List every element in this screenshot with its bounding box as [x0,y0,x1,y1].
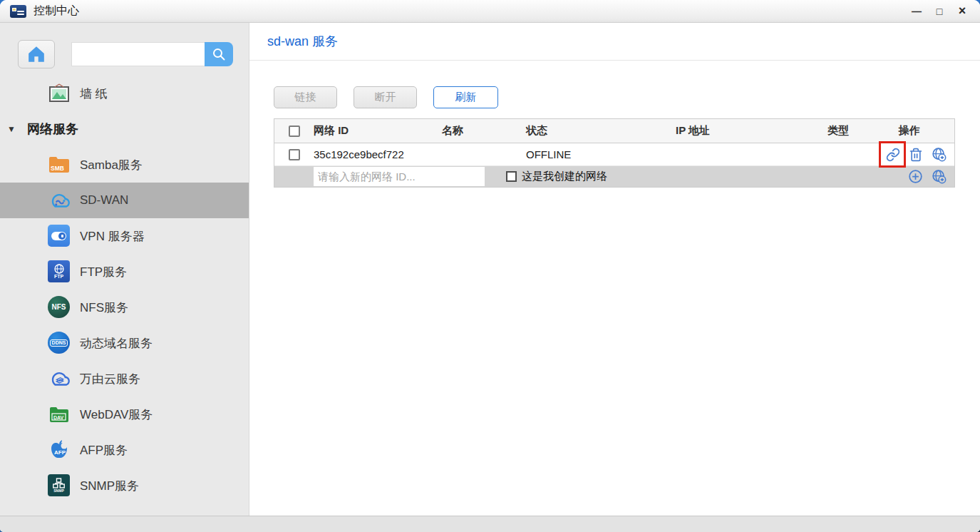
new-network-id-input[interactable] [314,167,485,186]
col-header-name: 名称 [442,124,526,138]
sidebar-item-label: AFP服务 [80,442,128,459]
search-input[interactable] [71,42,205,66]
window-title: 控制中心 [33,4,79,19]
sidebar-item-label: SD-WAN [80,193,128,208]
sidebar-item-label: 墙 纸 [80,86,108,102]
sidebar-item-label: Samba服务 [80,157,143,173]
sidebar-item-wallpaper[interactable]: 墙 纸 [0,76,249,111]
control-center-app-icon [10,5,26,18]
section-label: 网络服务 [27,121,78,138]
link-button[interactable]: 链接 [274,86,337,108]
main-panel: sd-wan 服务 链接 断开 刷新 网络 ID 名称 状态 IP 地址 类型 … [249,23,980,516]
col-header-type: 类型 [801,124,875,138]
connect-link-icon[interactable] [886,148,900,162]
window-bottom-bar [0,516,980,532]
search-button[interactable] [205,42,233,66]
table-header-row: 网络 ID 名称 状态 IP 地址 类型 操作 [274,119,954,143]
delete-trash-icon[interactable] [909,148,923,162]
close-icon[interactable]: × [954,4,970,19]
sidebar-item-label: SNMP服务 [80,478,139,494]
sidebar-item-webdav[interactable]: DAV WebDAV服务 [0,397,249,432]
wallpaper-icon [48,82,71,105]
chevron-down-icon: ▼ [7,124,27,134]
svg-text:AFP: AFP [54,449,66,456]
network-settings-globe-icon[interactable] [932,147,947,162]
search-icon [212,47,226,61]
created-by-me-checkbox-group[interactable]: 这是我创建的网络 [506,170,801,183]
sidebar-item-ftp[interactable]: FTP FTP服务 [0,254,249,290]
sidebar-item-partial[interactable]: 服务 [0,503,249,516]
page-title: sd-wan 服务 [267,33,338,50]
sidebar: 墙 纸 ▼ 网络服务 SMB Samba服务 [0,23,249,516]
table-row: 35c192ce9becf722 OFFLINE [274,143,954,166]
cell-network-id: 35c192ce9becf722 [314,148,442,160]
sidebar-item-label: VPN 服务器 [80,228,145,245]
sidebar-item-snmp[interactable]: SNMP SNMP服务 [0,468,249,503]
join-network-globe-icon[interactable] [932,169,947,184]
sidebar-item-label: WebDAV服务 [80,406,153,423]
cell-status: OFFLINE [526,148,676,160]
select-all-checkbox[interactable] [289,126,300,137]
sdwan-cloud-icon [48,189,71,212]
col-header-status: 状态 [526,124,676,138]
sidebar-item-nfs[interactable]: NFS NFS服务 [0,290,249,325]
cloud-service-icon [48,367,71,390]
ftp-icon: FTP [48,260,71,283]
snmp-icon: SNMP [48,474,71,497]
sidebar-item-label: 动态域名服务 [80,335,153,352]
wireless-arcs-icon [48,510,71,516]
col-header-network-id: 网络 ID [314,124,442,138]
sidebar-item-afp[interactable]: AFP AFP服务 [0,432,249,468]
sidebar-item-samba[interactable]: SMB Samba服务 [0,147,249,183]
samba-smb-folder-icon: SMB [48,153,71,176]
home-icon [27,46,46,63]
sidebar-item-sdwan[interactable]: SD-WAN [0,183,249,218]
sidebar-item-label: NFS服务 [80,300,128,316]
disconnect-button[interactable]: 断开 [354,86,417,108]
refresh-button[interactable]: 刷新 [433,86,498,108]
vpn-icon [48,225,71,247]
titlebar: 控制中心 — □ × [0,0,980,23]
sidebar-section-network-services[interactable]: ▼ 网络服务 [0,111,249,147]
add-network-plus-icon[interactable] [908,169,923,184]
maximize-icon[interactable]: □ [932,4,947,19]
sidebar-item-vpn[interactable]: VPN 服务器 [0,218,249,254]
svg-text:SMB: SMB [51,165,64,172]
control-center-window: 控制中心 — □ × [0,0,980,532]
new-network-row: 这是我创建的网络 [274,166,954,187]
sidebar-item-uny-cloud[interactable]: 万由云服务 [0,361,249,397]
webdav-icon: DAV [48,403,71,426]
created-by-me-label: 这是我创建的网络 [522,170,607,183]
created-by-me-checkbox[interactable] [506,171,517,182]
nfs-icon: NFS [48,296,71,319]
afp-apple-icon: AFP [48,439,71,461]
sidebar-item-label: 万由云服务 [80,371,140,387]
ddns-icon: DDNS [48,332,71,354]
row-checkbox[interactable] [289,149,300,160]
minimize-icon[interactable]: — [909,4,924,19]
sidebar-item-ddns[interactable]: DDNS 动态域名服务 [0,325,249,361]
networks-table: 网络 ID 名称 状态 IP 地址 类型 操作 35c192ce9becf722… [274,118,955,188]
sidebar-item-label: FTP服务 [80,264,127,280]
svg-text:DAV: DAV [53,415,64,420]
col-header-ip: IP 地址 [676,124,801,138]
home-button[interactable] [18,40,55,68]
col-header-actions: 操作 [875,124,954,138]
